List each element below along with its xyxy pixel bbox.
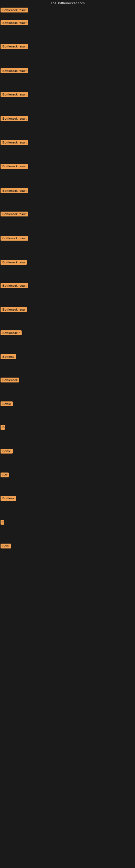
- bottleneck-row: Bottleneck result: [1, 44, 28, 50]
- bottleneck-row: Bottle: [1, 401, 13, 407]
- bottleneck-badge[interactable]: Bottleneck result: [1, 212, 28, 216]
- page-container: TheBottlenecker.com Bottleneck resultBot…: [0, 0, 135, 868]
- bottleneck-badge[interactable]: Bot: [1, 472, 9, 477]
- bottleneck-badge[interactable]: Bottleneck result: [1, 140, 28, 145]
- bottleneck-badge[interactable]: Bottleneck result: [1, 188, 28, 193]
- bottleneck-row: B: [1, 520, 4, 526]
- bottleneck-row: Bottleneck result: [1, 236, 28, 242]
- bottleneck-row: Bottleneck result: [1, 92, 28, 98]
- bottleneck-row: Bottleneck: [1, 378, 19, 383]
- bottleneck-badge[interactable]: Bottleneck result: [1, 8, 28, 12]
- bottleneck-row: Bottleneck r: [1, 330, 21, 336]
- bottleneck-badge[interactable]: Bottleneck resu: [1, 307, 27, 312]
- bottleneck-badge[interactable]: Bottleneck result: [1, 20, 28, 25]
- bottleneck-badge[interactable]: Bottl: [1, 544, 11, 549]
- bottleneck-badge[interactable]: Bottlene: [1, 354, 16, 359]
- bottleneck-row: Bottlene: [1, 354, 16, 360]
- bottleneck-badge[interactable]: Bottleneck result: [1, 283, 28, 288]
- bottleneck-row: Bottlene: [1, 496, 16, 502]
- bottleneck-badge[interactable]: Bottleneck result: [1, 68, 28, 73]
- bottleneck-badge[interactable]: Bottle: [1, 448, 13, 454]
- bottleneck-badge[interactable]: Bottleneck resu: [1, 260, 27, 265]
- bottleneck-badge[interactable]: Bottleneck result: [1, 116, 28, 121]
- bottleneck-badge[interactable]: Bottleneck r: [1, 330, 21, 335]
- bottleneck-row: Bottleneck result: [1, 283, 28, 289]
- bottleneck-row: Bottleneck result: [1, 68, 28, 74]
- bottleneck-row: Bottleneck resu: [1, 260, 27, 266]
- bottleneck-badge[interactable]: Bottle: [1, 401, 13, 406]
- bottleneck-badge[interactable]: Bottleneck result: [1, 92, 28, 97]
- bottleneck-badge[interactable]: B: [1, 425, 5, 430]
- bottleneck-row: Bottl: [1, 544, 11, 550]
- bottleneck-row: Bottleneck result: [1, 20, 28, 26]
- bottleneck-row: Bottleneck resu: [1, 307, 27, 313]
- bottleneck-row: Bottleneck result: [1, 164, 28, 170]
- bottleneck-row: Bot: [1, 472, 9, 478]
- bottleneck-badge[interactable]: Bottleneck result: [1, 164, 28, 169]
- bottleneck-row: Bottleneck result: [1, 188, 28, 194]
- bottleneck-row: Bottle: [1, 448, 13, 455]
- bottleneck-badge[interactable]: Bottleneck: [1, 378, 19, 382]
- bottleneck-row: Bottleneck result: [1, 116, 28, 122]
- site-title: TheBottlenecker.com: [0, 0, 135, 7]
- bottleneck-badge[interactable]: Bottleneck result: [1, 236, 28, 241]
- bottleneck-row: Bottleneck result: [1, 212, 28, 218]
- bottleneck-badge[interactable]: Bottleneck result: [1, 44, 28, 49]
- bottleneck-row: B: [1, 425, 5, 431]
- bottleneck-row: Bottleneck result: [1, 140, 28, 146]
- bottleneck-row: Bottleneck result: [1, 8, 28, 13]
- bottleneck-badge[interactable]: B: [1, 520, 4, 525]
- bottleneck-badge[interactable]: Bottlene: [1, 496, 16, 501]
